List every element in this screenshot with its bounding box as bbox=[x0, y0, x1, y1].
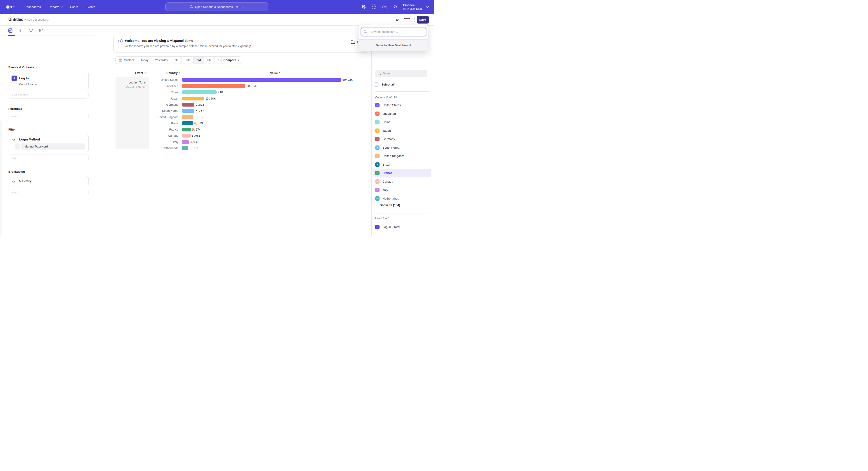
range-6m[interactable]: 6M bbox=[204, 57, 215, 64]
nav-users[interactable]: Users bbox=[70, 5, 78, 8]
events-cohorts-header[interactable]: Events & Cohorts bbox=[8, 66, 37, 69]
tab-flows[interactable] bbox=[28, 28, 34, 33]
metric-kebab-icon[interactable]: ⋮ bbox=[82, 76, 86, 79]
data-management-icon[interactable] bbox=[362, 4, 366, 9]
legend-item-united-states[interactable]: ✓United States bbox=[373, 101, 431, 110]
bar-value-label: 6,755 bbox=[195, 115, 203, 119]
bar-segment[interactable] bbox=[182, 103, 194, 107]
metric-event-name[interactable]: Log In bbox=[19, 77, 29, 80]
bar-segment[interactable] bbox=[182, 109, 194, 113]
legend-item-france[interactable]: ✓France bbox=[373, 169, 431, 177]
legend-item-japan[interactable]: ✓Japan bbox=[373, 126, 431, 135]
range-custom[interactable]: Custom bbox=[116, 57, 137, 64]
project-chevron-icon[interactable] bbox=[426, 5, 429, 7]
checkbox-checked[interactable]: ✓ bbox=[375, 163, 379, 167]
legend-item-italy[interactable]: ✓Italy bbox=[373, 186, 431, 194]
save-button[interactable]: Save bbox=[417, 16, 429, 24]
filter-property-name[interactable]: Login Method bbox=[19, 138, 40, 141]
breakdown-kebab-icon[interactable]: ⋮ bbox=[82, 179, 86, 183]
project-switcher[interactable]: Finance All Project Data bbox=[403, 3, 422, 10]
range-7d[interactable]: 7D bbox=[171, 57, 182, 64]
checkbox-checked[interactable]: ✓ bbox=[375, 137, 379, 141]
copy-link-icon[interactable] bbox=[396, 17, 400, 21]
bar-segment[interactable] bbox=[182, 84, 245, 88]
text-caret bbox=[369, 30, 369, 34]
legend-item-china[interactable]: ✓China bbox=[373, 118, 431, 126]
bar-segment[interactable] bbox=[182, 146, 188, 150]
add-formula-button[interactable]: + Add bbox=[8, 113, 89, 120]
bar-segment[interactable] bbox=[182, 121, 193, 125]
nav-dashboards[interactable]: Dashboards bbox=[24, 5, 41, 8]
bar-segment[interactable] bbox=[182, 90, 217, 94]
legend-item-united-kingdom[interactable]: ✓United Kingdom bbox=[373, 152, 431, 160]
breakdown-property-name[interactable]: Country bbox=[19, 179, 31, 182]
compare-button[interactable]: Compare bbox=[221, 56, 241, 64]
bar-track: 3,936 bbox=[182, 140, 352, 144]
checkbox-checked[interactable]: ✓ bbox=[375, 128, 379, 133]
metric-card-log-in[interactable]: A Log In ⋮ Count Total bbox=[8, 72, 89, 90]
checkbox-checked[interactable]: ✓ bbox=[375, 196, 379, 201]
view-board-button[interactable]: V bbox=[351, 40, 359, 44]
checkbox-checked[interactable]: ✓ bbox=[375, 154, 379, 158]
help-icon[interactable]: ? bbox=[382, 4, 387, 9]
category-label: France bbox=[149, 128, 182, 131]
add-description-field[interactable]: + Add description... bbox=[24, 18, 50, 21]
aggregation-dropdown[interactable]: Count Total bbox=[19, 83, 37, 86]
filter-operator-dropdown[interactable]: = bbox=[15, 143, 20, 150]
add-breakdown-button[interactable]: + Add bbox=[8, 189, 89, 196]
column-header-value[interactable]: Value bbox=[270, 71, 281, 75]
column-header-event[interactable]: Event bbox=[135, 71, 146, 75]
legend-item-canada[interactable]: ✓Canada bbox=[373, 177, 431, 186]
legend-item-netherlands[interactable]: ✓Netherlands bbox=[373, 194, 431, 203]
more-options-icon[interactable]: ••• bbox=[404, 16, 410, 21]
tab-funnels[interactable] bbox=[18, 28, 24, 33]
select-all-row[interactable]: – Select all bbox=[374, 82, 395, 87]
legend-item-undefined[interactable]: ✓undefined bbox=[373, 110, 431, 118]
filter-value-dropdown[interactable]: Manual Password bbox=[21, 143, 85, 150]
checkbox-checked[interactable]: ✓ bbox=[375, 188, 379, 192]
checkbox-checked[interactable]: ✓ bbox=[375, 120, 379, 124]
bar-segment[interactable] bbox=[182, 134, 191, 138]
legend-search-input[interactable]: Search bbox=[375, 70, 428, 77]
legend-item-germany[interactable]: ✓Germany bbox=[373, 135, 431, 143]
bar-segment[interactable] bbox=[182, 78, 341, 82]
column-header-country[interactable]: Country bbox=[166, 71, 181, 75]
tab-insights[interactable] bbox=[7, 28, 13, 33]
breakdown-card-country[interactable]: Aa Country ⋮ bbox=[8, 176, 89, 186]
legend-item-brazil[interactable]: ✓Brazil bbox=[373, 160, 431, 169]
bar-segment[interactable] bbox=[182, 127, 191, 131]
chart-row-germany: Germany7,515 bbox=[149, 101, 371, 108]
checkbox-checked[interactable]: ✓ bbox=[375, 171, 379, 175]
bar-segment[interactable] bbox=[182, 140, 189, 144]
add-metric-button[interactable]: + Add Metric bbox=[8, 91, 89, 99]
apps-grid-icon[interactable] bbox=[372, 4, 377, 9]
checkbox-checked[interactable]: ✓ bbox=[375, 225, 379, 229]
filter-card-login-method[interactable]: Aa Login Method ⋮ = Manual Password bbox=[8, 134, 89, 152]
report-title[interactable]: Untitled bbox=[8, 17, 24, 22]
checkbox-checked[interactable]: ✓ bbox=[375, 103, 379, 107]
settings-gear-icon[interactable]: ⚙ bbox=[393, 4, 398, 9]
checkbox-checked[interactable]: ✓ bbox=[375, 112, 379, 116]
legend-item-log-in---total[interactable]: ✓Log In - Total bbox=[373, 223, 431, 231]
global-search-button[interactable]: Open Reports & Dashboards ⌘ + K bbox=[165, 2, 268, 11]
range-30d[interactable]: 30D bbox=[182, 57, 193, 64]
filter-kebab-icon[interactable]: ⋮ bbox=[82, 137, 86, 141]
range-today[interactable]: Today bbox=[137, 57, 152, 64]
nav-events[interactable]: Events bbox=[86, 5, 95, 8]
range-3m[interactable]: 3M bbox=[193, 57, 204, 64]
bar-segment[interactable] bbox=[182, 97, 204, 100]
save-dashboard-search-input[interactable]: Save to dashboard... bbox=[361, 28, 426, 36]
checkbox-checked[interactable]: ✓ bbox=[375, 179, 379, 184]
mixpanel-logo-icon[interactable] bbox=[6, 5, 17, 8]
nav-reports[interactable]: Reports bbox=[49, 5, 62, 8]
tab-retention[interactable] bbox=[38, 28, 44, 33]
date-range-control: CustomTodayYesterday7D30D3M6M12M bbox=[116, 56, 227, 64]
show-all-toggle[interactable]: Show all (184) bbox=[375, 203, 400, 207]
save-to-new-dashboard-button[interactable]: Save to New Dashboard bbox=[359, 39, 428, 51]
add-filter-button[interactable]: + Add bbox=[8, 154, 89, 162]
legend-item-south-korea[interactable]: ✓South Korea bbox=[373, 143, 431, 152]
bar-segment[interactable] bbox=[182, 115, 193, 119]
select-all-checkbox-indeterminate[interactable]: – bbox=[374, 82, 378, 87]
checkbox-checked[interactable]: ✓ bbox=[375, 145, 379, 150]
range-yesterday[interactable]: Yesterday bbox=[152, 57, 171, 64]
